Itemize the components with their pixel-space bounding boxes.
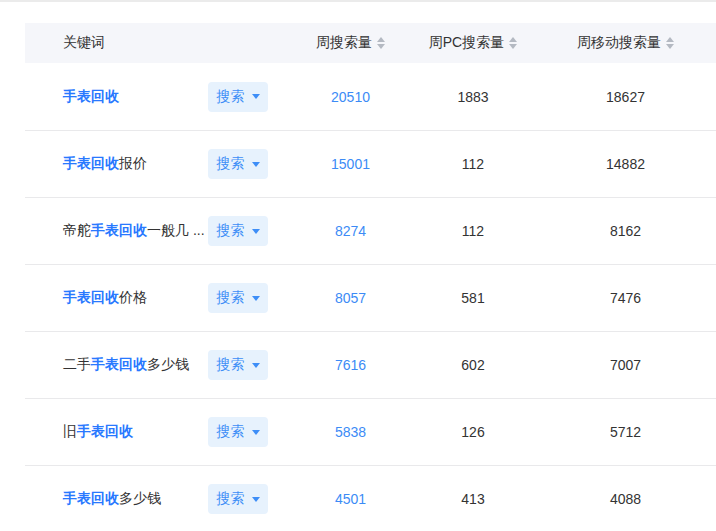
weekly-search-volume-cell: 5838: [293, 424, 408, 440]
caret-down-icon: [252, 296, 260, 301]
keyword-link[interactable]: 帝舵手表回收一般几 ...: [63, 222, 205, 238]
weekly-search-volume-cell: 4501: [293, 491, 408, 507]
weekly-search-volume-link[interactable]: 7616: [335, 357, 366, 373]
weekly-mobile-search-volume-cell: 4088: [538, 491, 713, 507]
weekly-search-volume-cell: 8274: [293, 223, 408, 239]
table-row: 手表回收 搜索 20510 1883 18627: [25, 63, 716, 130]
weekly-pc-search-volume-cell: 112: [408, 223, 538, 239]
search-button-label: 搜索: [217, 289, 245, 307]
weekly-pc-search-volume-value: 112: [462, 156, 484, 172]
action-cell: 搜索: [208, 216, 293, 246]
weekly-pc-search-volume-cell: 602: [408, 357, 538, 373]
action-cell: 搜索: [208, 417, 293, 447]
weekly-search-volume-cell: 15001: [293, 156, 408, 172]
weekly-pc-search-volume-cell: 112: [408, 156, 538, 172]
keyword-cell: 手表回收价格: [25, 289, 208, 307]
table-row: 手表回收多少钱 搜索 4501 413 4088: [25, 465, 716, 531]
column-header-label: 周搜索量: [316, 34, 372, 50]
column-header-keyword[interactable]: 关键词: [25, 34, 208, 52]
sort-icon[interactable]: [377, 37, 385, 49]
action-cell: 搜索: [208, 82, 293, 112]
column-header-weekly-pc-search-volume[interactable]: 周PC搜索量: [408, 34, 538, 52]
search-dropdown-button[interactable]: 搜索: [208, 216, 268, 246]
column-header-label: 关键词: [63, 34, 105, 50]
table-body: 手表回收 搜索 20510 1883 18627 手表回收报价 搜索: [25, 63, 716, 531]
search-button-label: 搜索: [217, 490, 245, 508]
keyword-cell: 手表回收: [25, 88, 208, 106]
weekly-pc-search-volume-cell: 1883: [408, 89, 538, 105]
keyword-link[interactable]: 二手手表回收多少钱: [63, 356, 189, 372]
weekly-pc-search-volume-value: 1883: [457, 89, 488, 105]
keyword-link[interactable]: 手表回收多少钱: [63, 490, 161, 506]
column-header-label: 周PC搜索量: [429, 34, 504, 50]
weekly-pc-search-volume-value: 581: [461, 290, 484, 306]
caret-down-icon: [252, 162, 260, 167]
keyword-cell: 手表回收报价: [25, 155, 208, 173]
keyword-cell: 帝舵手表回收一般几 ...: [25, 222, 208, 240]
action-cell: 搜索: [208, 149, 293, 179]
column-header-weekly-mobile-search-volume[interactable]: 周移动搜索量: [538, 34, 713, 52]
weekly-search-volume-link[interactable]: 15001: [331, 156, 370, 172]
table-row: 二手手表回收多少钱 搜索 7616 602 7007: [25, 331, 716, 398]
weekly-pc-search-volume-value: 413: [461, 491, 484, 507]
table-header-row: 关键词 周搜索量 周PC搜索量 周移动搜索量: [25, 23, 716, 63]
caret-down-icon: [252, 94, 260, 99]
weekly-pc-search-volume-value: 112: [462, 223, 484, 239]
keyword-link[interactable]: 手表回收: [63, 88, 119, 104]
sort-icon[interactable]: [666, 37, 674, 49]
caret-down-icon: [252, 229, 260, 234]
weekly-pc-search-volume-cell: 581: [408, 290, 538, 306]
weekly-search-volume-cell: 7616: [293, 357, 408, 373]
weekly-search-volume-link[interactable]: 5838: [335, 424, 366, 440]
keyword-link[interactable]: 手表回收价格: [63, 289, 147, 305]
search-dropdown-button[interactable]: 搜索: [208, 82, 268, 112]
search-button-label: 搜索: [217, 356, 245, 374]
weekly-mobile-search-volume-value: 18627: [606, 89, 645, 105]
search-button-label: 搜索: [217, 88, 245, 106]
search-button-label: 搜索: [217, 155, 245, 173]
search-dropdown-button[interactable]: 搜索: [208, 283, 268, 313]
keyword-link[interactable]: 手表回收报价: [63, 155, 147, 171]
caret-down-icon: [252, 430, 260, 435]
weekly-search-volume-link[interactable]: 8057: [335, 290, 366, 306]
weekly-mobile-search-volume-value: 7476: [610, 290, 641, 306]
weekly-search-volume-link[interactable]: 8274: [335, 223, 366, 239]
weekly-mobile-search-volume-value: 7007: [610, 357, 641, 373]
keyword-link[interactable]: 旧手表回收: [63, 423, 133, 439]
weekly-mobile-search-volume-value: 8162: [610, 223, 641, 239]
weekly-search-volume-link[interactable]: 4501: [335, 491, 366, 507]
search-button-label: 搜索: [217, 222, 245, 240]
weekly-mobile-search-volume-cell: 7007: [538, 357, 713, 373]
weekly-mobile-search-volume-value: 14882: [606, 156, 645, 172]
weekly-mobile-search-volume-cell: 18627: [538, 89, 713, 105]
action-cell: 搜索: [208, 283, 293, 313]
caret-down-icon: [252, 497, 260, 502]
keyword-cell: 手表回收多少钱: [25, 490, 208, 508]
keyword-volume-table: 关键词 周搜索量 周PC搜索量 周移动搜索量 手表回收 搜索 20510 188…: [25, 23, 716, 531]
weekly-mobile-search-volume-cell: 14882: [538, 156, 713, 172]
table-row: 手表回收价格 搜索 8057 581 7476: [25, 264, 716, 331]
table-row: 帝舵手表回收一般几 ... 搜索 8274 112 8162: [25, 197, 716, 264]
table-row: 手表回收报价 搜索 15001 112 14882: [25, 130, 716, 197]
keyword-cell: 二手手表回收多少钱: [25, 356, 208, 374]
weekly-mobile-search-volume-cell: 7476: [538, 290, 713, 306]
weekly-search-volume-link[interactable]: 20510: [331, 89, 370, 105]
column-header-weekly-search-volume[interactable]: 周搜索量: [293, 34, 408, 52]
weekly-mobile-search-volume-cell: 5712: [538, 424, 713, 440]
action-cell: 搜索: [208, 350, 293, 380]
weekly-search-volume-cell: 8057: [293, 290, 408, 306]
weekly-mobile-search-volume-cell: 8162: [538, 223, 713, 239]
caret-down-icon: [252, 363, 260, 368]
search-button-label: 搜索: [217, 423, 245, 441]
weekly-pc-search-volume-value: 602: [461, 357, 484, 373]
sort-icon[interactable]: [509, 37, 517, 49]
search-dropdown-button[interactable]: 搜索: [208, 149, 268, 179]
weekly-pc-search-volume-cell: 126: [408, 424, 538, 440]
column-header-label: 周移动搜索量: [577, 34, 661, 50]
search-dropdown-button[interactable]: 搜索: [208, 484, 268, 514]
keyword-cell: 旧手表回收: [25, 423, 208, 441]
weekly-pc-search-volume-cell: 413: [408, 491, 538, 507]
weekly-mobile-search-volume-value: 5712: [610, 424, 641, 440]
search-dropdown-button[interactable]: 搜索: [208, 350, 268, 380]
search-dropdown-button[interactable]: 搜索: [208, 417, 268, 447]
